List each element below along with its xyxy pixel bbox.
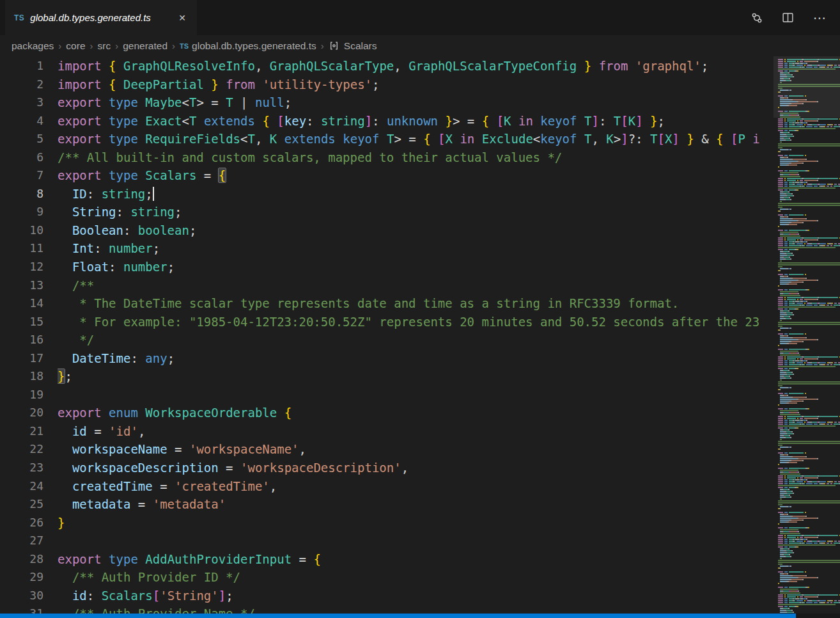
code-line: id = 'id',: [58, 422, 840, 441]
code-line: Int: number;: [58, 239, 840, 258]
code-line: export type RequireFields<T, K extends k…: [58, 130, 840, 148]
line-number: 23: [0, 459, 58, 477]
code-line: }: [58, 514, 840, 532]
line-number: 1: [0, 57, 58, 75]
line-number: 13: [0, 276, 58, 295]
code-line: id: Scalars['String'];: [58, 587, 840, 605]
symbol-scalars-icon: [329, 40, 339, 51]
line-number: 25: [0, 495, 58, 514]
line-number: 3: [0, 93, 58, 112]
code-line: [58, 532, 840, 550]
line-number: 18: [0, 367, 58, 386]
breadcrumb-item-scalars[interactable]: Scalars: [344, 40, 377, 52]
code-line: export type Maybe<T> = T | null;: [58, 93, 840, 112]
code-line: /** All built-in and custom scalars, map…: [58, 148, 840, 167]
line-number-gutter: 1234567891011121314151617181920212223242…: [0, 56, 58, 618]
code-line: export type Scalars = {: [58, 166, 840, 185]
line-number: 7: [0, 166, 58, 185]
code-lines[interactable]: import { GraphQLResolveInfo, GraphQLScal…: [58, 56, 840, 618]
editor-actions: ⋯: [751, 0, 840, 35]
code-line: };: [58, 367, 840, 386]
line-number: 14: [0, 294, 58, 313]
breadcrumb: packages › core › src › generated › TS g…: [0, 35, 840, 56]
code-line: [58, 386, 840, 404]
code-line: */: [58, 331, 840, 349]
line-number: 5: [0, 130, 58, 148]
line-number: 21: [0, 422, 58, 441]
line-number: 30: [0, 587, 58, 605]
code-line: metadata = 'metadata': [58, 495, 840, 514]
line-number: 4: [0, 112, 58, 131]
code-line: * For example: "1985-04-12T23:20:50.52Z"…: [58, 313, 840, 331]
line-number: 29: [0, 568, 58, 587]
minimap[interactable]: [774, 56, 840, 618]
more-actions-icon[interactable]: ⋯: [813, 12, 826, 24]
breadcrumb-item-generated[interactable]: generated: [123, 40, 167, 52]
line-number: 12: [0, 258, 58, 276]
open-changes-icon[interactable]: [751, 12, 763, 24]
line-number: 6: [0, 148, 58, 167]
line-number: 17: [0, 349, 58, 368]
line-number: 27: [0, 532, 58, 550]
code-line: createdTime = 'createdTime',: [58, 477, 840, 496]
split-editor-icon[interactable]: [782, 12, 794, 24]
code-line: export type Exact<T extends { [key: stri…: [58, 112, 840, 131]
tab-bar: TS global.db.types.generated.ts ✕ ⋯: [0, 0, 840, 35]
close-tab-icon[interactable]: ✕: [175, 11, 189, 25]
line-number: 2: [0, 75, 58, 94]
breadcrumb-item-core[interactable]: core: [66, 40, 85, 52]
code-line: export enum WorkspaceOrderable {: [58, 404, 840, 422]
status-bar: [0, 614, 796, 618]
text-cursor: [153, 187, 154, 201]
code-line: /**: [58, 276, 840, 295]
typescript-file-icon: TS: [14, 13, 24, 22]
typescript-file-icon: TS: [180, 42, 189, 50]
code-line: String: string;: [58, 203, 840, 221]
code-line: workspaceDescription = 'workspaceDescrip…: [58, 459, 840, 477]
code-line: Boolean: boolean;: [58, 221, 840, 240]
tab-label: global.db.types.generated.ts: [30, 12, 150, 23]
code-line: * The DateTime scalar type represents da…: [58, 294, 840, 313]
line-number: 15: [0, 313, 58, 331]
code-line: /** Auth Provider ID */: [58, 568, 840, 587]
breadcrumb-item-packages[interactable]: packages: [12, 40, 54, 52]
tab-global-db-types[interactable]: TS global.db.types.generated.ts ✕: [5, 0, 197, 35]
editor-pane[interactable]: 1234567891011121314151617181920212223242…: [0, 56, 840, 618]
code-line: ID: string;: [58, 185, 840, 203]
line-number: 11: [0, 239, 58, 258]
line-number: 28: [0, 550, 58, 569]
code-line: export type AddAuthProviderInput = {: [58, 550, 840, 569]
line-number: 20: [0, 404, 58, 422]
line-number: 16: [0, 331, 58, 349]
code-line: import { GraphQLResolveInfo, GraphQLScal…: [58, 57, 840, 75]
line-number: 9: [0, 203, 58, 221]
code-line: Float: number;: [58, 258, 840, 276]
line-number: 26: [0, 514, 58, 532]
line-number: 19: [0, 386, 58, 404]
status-bar-gap: [796, 614, 840, 618]
line-number: 22: [0, 440, 58, 459]
breadcrumb-separator: ›: [58, 40, 61, 51]
breadcrumb-separator: ›: [172, 40, 175, 51]
code-line: DateTime: any;: [58, 349, 840, 368]
line-number: 24: [0, 477, 58, 496]
breadcrumb-item-filename[interactable]: global.db.types.generated.ts: [192, 40, 316, 52]
line-number: 8: [0, 185, 58, 203]
vscode-window: TS global.db.types.generated.ts ✕ ⋯: [0, 0, 840, 618]
breadcrumb-separator: ›: [115, 40, 118, 51]
breadcrumb-item-src[interactable]: src: [98, 40, 111, 52]
breadcrumb-separator: ›: [321, 40, 324, 51]
code-line: import { DeepPartial } from 'utility-typ…: [58, 75, 840, 94]
line-number: 10: [0, 221, 58, 240]
breadcrumb-separator: ›: [90, 40, 93, 51]
minimap-content: [778, 59, 840, 615]
code-line: workspaceName = 'workspaceName',: [58, 440, 840, 459]
